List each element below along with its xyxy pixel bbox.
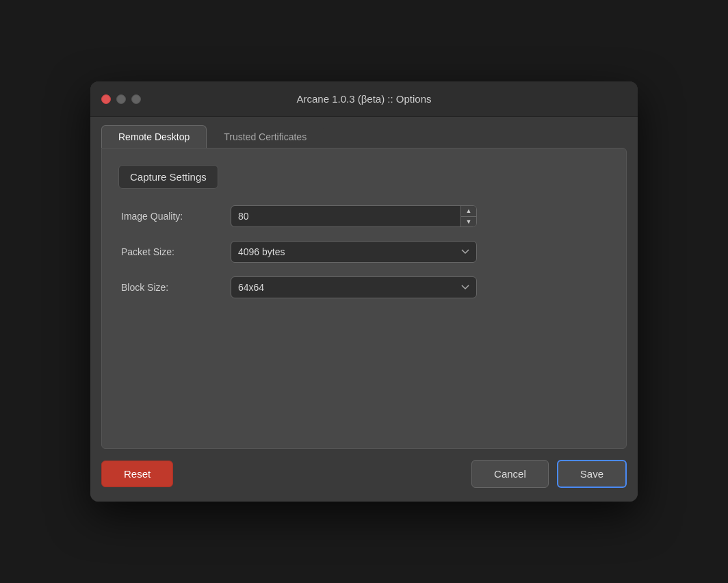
minimize-button[interactable]: [116, 94, 126, 104]
image-quality-row: Image Quality: ▲ ▼: [118, 205, 610, 227]
window-footer: Reset Cancel Save: [90, 449, 638, 502]
titlebar: Arcane 1.0.3 (βeta) :: Options: [90, 81, 638, 117]
footer-right-buttons: Cancel Save: [471, 460, 627, 488]
tab-remote-desktop[interactable]: Remote Desktop: [101, 125, 207, 148]
packet-size-select[interactable]: 1024 bytes 2048 bytes 4096 bytes 8192 by…: [231, 241, 477, 263]
tab-trusted-certificates[interactable]: Trusted Certificates: [207, 125, 324, 148]
spinbox-down-button[interactable]: ▼: [461, 217, 476, 227]
image-quality-input[interactable]: [231, 206, 460, 226]
tabs-bar: Remote Desktop Trusted Certificates: [90, 117, 638, 148]
traffic-lights: [101, 94, 141, 104]
image-quality-label: Image Quality:: [121, 211, 231, 222]
packet-size-control: 1024 bytes 2048 bytes 4096 bytes 8192 by…: [231, 241, 477, 263]
maximize-button[interactable]: [131, 94, 141, 104]
tab-content-remote-desktop: Capture Settings Image Quality: ▲ ▼ Pack…: [101, 148, 627, 449]
packet-size-label: Packet Size:: [121, 246, 231, 257]
block-size-row: Block Size: 32x32 64x64 128x128 256x256: [118, 276, 610, 298]
spinbox-buttons: ▲ ▼: [460, 206, 476, 226]
image-quality-control: ▲ ▼: [231, 205, 477, 227]
block-size-label: Block Size:: [121, 282, 231, 293]
save-button[interactable]: Save: [557, 460, 627, 488]
window-title: Arcane 1.0.3 (βeta) :: Options: [296, 93, 431, 105]
image-quality-spinbox: ▲ ▼: [231, 205, 477, 227]
block-size-control: 32x32 64x64 128x128 256x256: [231, 276, 477, 298]
reset-button[interactable]: Reset: [101, 461, 173, 487]
app-window: Arcane 1.0.3 (βeta) :: Options Remote De…: [90, 81, 638, 502]
packet-size-row: Packet Size: 1024 bytes 2048 bytes 4096 …: [118, 241, 610, 263]
spinbox-up-button[interactable]: ▲: [461, 206, 476, 217]
close-button[interactable]: [101, 94, 111, 104]
block-size-select[interactable]: 32x32 64x64 128x128 256x256: [231, 276, 477, 298]
cancel-button[interactable]: Cancel: [471, 460, 549, 488]
capture-settings-header: Capture Settings: [118, 165, 218, 189]
